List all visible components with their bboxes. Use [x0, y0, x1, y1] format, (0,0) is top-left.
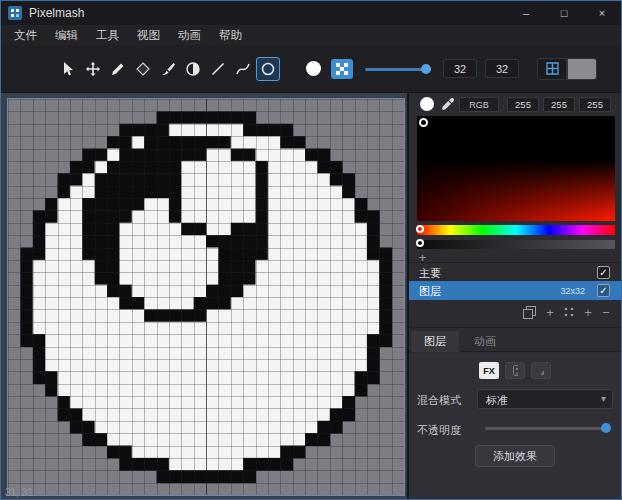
toolbar: 32 32 [1, 45, 621, 93]
blend-mode-label: 混合模式 [417, 393, 461, 408]
layer-size-badge: 32x32 [560, 286, 585, 296]
half-circle-icon [185, 61, 201, 77]
move-icon [85, 61, 101, 77]
brush-tool-button[interactable] [156, 57, 180, 81]
opacity-track [485, 427, 611, 430]
brush-icon [160, 61, 176, 77]
move-tool-button[interactable] [81, 57, 105, 81]
maximize-button[interactable]: □ [545, 1, 583, 25]
layer-row-selected[interactable]: 图层 32x32 ✓ [409, 281, 621, 300]
layer-name: 主要 [419, 266, 441, 281]
hue-slider[interactable] [417, 225, 615, 235]
current-color-swatch[interactable] [420, 97, 434, 111]
image-effect-button[interactable] [505, 362, 525, 379]
select-arrow-icon [60, 61, 76, 77]
grid-icon [545, 61, 560, 76]
canvas-height-input[interactable]: 32 [485, 59, 519, 78]
menu-item-help[interactable]: 帮助 [210, 28, 251, 43]
artboard [7, 98, 405, 496]
shading-tool-button[interactable] [181, 57, 205, 81]
canvas-width-input[interactable]: 32 [443, 59, 477, 78]
menu-item-view[interactable]: 视图 [128, 28, 169, 43]
tab-animation[interactable]: 动画 [461, 331, 509, 352]
edit-pencil-icon [538, 364, 544, 378]
curve-tool-button[interactable] [231, 57, 255, 81]
effects-row: FX [409, 362, 621, 379]
menu-item-tools[interactable]: 工具 [87, 28, 128, 43]
tab-layers[interactable]: 图层 [411, 331, 459, 352]
alpha-slider[interactable] [417, 240, 615, 249]
add-effect-button[interactable]: 添加效果 [475, 445, 555, 467]
window-controls: – □ × [507, 1, 621, 25]
image-icon [512, 364, 518, 377]
checker-icon [336, 63, 348, 75]
select-tool-button[interactable] [56, 57, 80, 81]
opacity-row: 不透明度 [417, 419, 613, 437]
blend-mode-value: 标准 [486, 393, 508, 408]
fx-button[interactable]: FX [479, 362, 499, 379]
panel-tabs: 图层 动画 [409, 331, 621, 352]
hue-knob[interactable] [416, 225, 424, 233]
tool-group [56, 57, 280, 81]
eyedropper-icon[interactable] [441, 97, 455, 115]
curve-pen-icon [235, 61, 251, 77]
divider [409, 327, 621, 328]
duplicate-layer-button[interactable] [521, 305, 537, 321]
eraser-tool-button[interactable] [131, 57, 155, 81]
opacity-label: 不透明度 [417, 423, 461, 438]
opacity-knob[interactable] [601, 423, 611, 433]
edit-effect-button[interactable] [531, 362, 551, 379]
layer-visibility-checkbox[interactable]: ✓ [597, 284, 610, 297]
line-icon [210, 61, 226, 77]
minimize-button[interactable]: – [507, 1, 545, 25]
eraser-icon [135, 61, 151, 77]
layer-handle-icon[interactable] [561, 305, 577, 321]
pencil-tool-button[interactable] [106, 57, 130, 81]
saturation-value-picker[interactable] [417, 116, 615, 221]
chevron-down-icon: ▾ [601, 393, 606, 404]
app-window: Pixelmash – □ × 文件 编辑 工具 视图 动画 帮助 [0, 0, 622, 500]
brush-shape-swatch[interactable] [306, 61, 321, 76]
dither-pattern-button[interactable] [331, 59, 353, 79]
opacity-slider[interactable] [485, 423, 611, 433]
rgb-mode-button[interactable]: RGB [459, 97, 499, 112]
close-button[interactable]: × [583, 1, 621, 25]
blue-value-input[interactable]: 255 [579, 97, 611, 112]
ellipse-tool-button[interactable] [256, 57, 280, 81]
divider [409, 262, 621, 263]
blend-mode-dropdown[interactable]: 标准 ▾ [477, 389, 613, 409]
pencil-icon [110, 61, 126, 77]
window-title: Pixelmash [29, 6, 84, 20]
red-value-input[interactable]: 255 [507, 97, 539, 112]
layer-name: 图层 [419, 284, 441, 299]
menu-item-animation[interactable]: 动画 [169, 28, 210, 43]
layer-properties: FX 混合模式 标准 ▾ 不透明度 [409, 353, 621, 499]
green-value-input[interactable]: 255 [543, 97, 575, 112]
grid-on-button[interactable] [537, 58, 567, 80]
line-tool-button[interactable] [206, 57, 230, 81]
right-panel: RGB 255 255 255 + 主要 ✓ 图层 32x32 ✓ + [407, 93, 621, 499]
cursor-position: 31, 31 [5, 487, 33, 498]
menubar: 文件 编辑 工具 视图 动画 帮助 [1, 25, 621, 45]
canvas-area: 31, 31 [1, 93, 407, 499]
ellipse-icon [260, 61, 276, 77]
menu-item-edit[interactable]: 编辑 [46, 28, 87, 43]
pixel-canvas[interactable] [8, 99, 404, 495]
alpha-knob[interactable] [416, 239, 424, 247]
grid-toggle-group [537, 58, 597, 80]
sv-picker-knob[interactable] [419, 118, 428, 127]
add-layer-button[interactable]: + [542, 305, 558, 321]
add-group-button[interactable]: + [580, 305, 596, 321]
blend-mode-row: 混合模式 标准 ▾ [417, 389, 613, 409]
layer-visibility-checkbox[interactable]: ✓ [597, 266, 610, 279]
titlebar: Pixelmash – □ × [1, 1, 621, 25]
grid-off-button[interactable] [567, 58, 597, 80]
layer-row-main[interactable]: 主要 ✓ [409, 264, 621, 281]
slider-knob[interactable] [421, 64, 431, 74]
brush-size-slider[interactable] [365, 59, 431, 79]
app-logo-icon [8, 6, 22, 20]
menu-item-file[interactable]: 文件 [5, 28, 46, 43]
delete-layer-button[interactable]: − [598, 305, 614, 321]
